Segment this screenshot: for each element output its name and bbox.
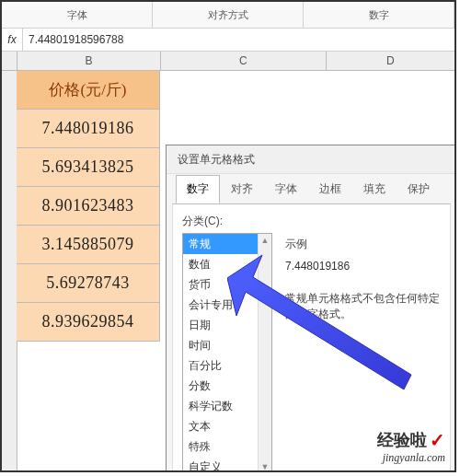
column-b-data: 价格(元/斤) 7.448019186 5.693413825 8.901623… (17, 71, 160, 342)
example-label: 示例 (285, 237, 441, 252)
tab-font[interactable]: 字体 (264, 175, 308, 203)
tab-number[interactable]: 数字 (176, 175, 220, 203)
tab-fill[interactable]: 填充 (352, 175, 397, 203)
formula-bar-value[interactable]: 7.44801918596788 (23, 33, 123, 46)
category-label: 分类(C): (182, 214, 441, 229)
watermark: 经验啦 ✓ jingyanla.com (377, 429, 445, 465)
category-listbox[interactable]: 常规 数值 货币 会计专用 日期 时间 百分比 分数 科学记数 文本 特殊 自定… (182, 233, 272, 472)
price-cell[interactable]: 7.448019186 (17, 110, 160, 148)
select-all-corner[interactable] (2, 52, 17, 70)
example-value: 7.448019186 (285, 260, 441, 273)
column-header-b[interactable]: B (17, 52, 161, 70)
ribbon-group-align[interactable]: 对齐方式 (153, 2, 304, 28)
tab-protection[interactable]: 保护 (397, 175, 441, 203)
scroll-down-icon[interactable]: ▼ (261, 460, 270, 472)
column-header-d[interactable]: D (327, 52, 454, 70)
watermark-url: jingyanla.com (377, 451, 445, 465)
price-cell[interactable]: 8.939629854 (17, 303, 160, 342)
price-cell[interactable]: 3.145885079 (17, 226, 160, 264)
column-header-row: B C D (2, 52, 454, 71)
row-header-strip[interactable] (2, 71, 17, 472)
ribbon: 字体 对齐方式 数字 (2, 2, 454, 29)
listbox-scrollbar[interactable]: ▲ ▼ (258, 234, 271, 472)
price-header-cell[interactable]: 价格(元/斤) (17, 71, 160, 110)
ribbon-group-number[interactable]: 数字 (304, 2, 454, 28)
fx-icon[interactable]: fx (2, 29, 23, 51)
formula-bar: fx 7.44801918596788 (2, 29, 454, 52)
price-cell[interactable]: 5.693413825 (17, 148, 160, 187)
dialog-title: 设置单元格格式 (167, 145, 456, 174)
tab-alignment[interactable]: 对齐 (220, 175, 264, 203)
tab-border[interactable]: 边框 (308, 175, 352, 203)
worksheet-area: 价格(元/斤) 7.448019186 5.693413825 8.901623… (2, 71, 454, 472)
dialog-tabs: 数字 对齐 字体 边框 填充 保护 (167, 174, 456, 203)
column-header-c[interactable]: C (161, 52, 327, 70)
category-description: 常规单元格格式不包含任何特定的数字格式。 (285, 291, 441, 322)
ribbon-group-font[interactable]: 字体 (2, 2, 153, 28)
checkmark-icon: ✓ (430, 429, 445, 451)
format-cells-dialog: 设置单元格格式 数字 对齐 字体 边框 填充 保护 分类(C): 常规 数值 货… (166, 145, 456, 472)
price-cell[interactable]: 8.901623483 (17, 187, 160, 226)
watermark-text: 经验啦 (377, 429, 427, 451)
price-cell[interactable]: 5.69278743 (17, 264, 160, 303)
scroll-up-icon[interactable]: ▲ (261, 234, 270, 247)
